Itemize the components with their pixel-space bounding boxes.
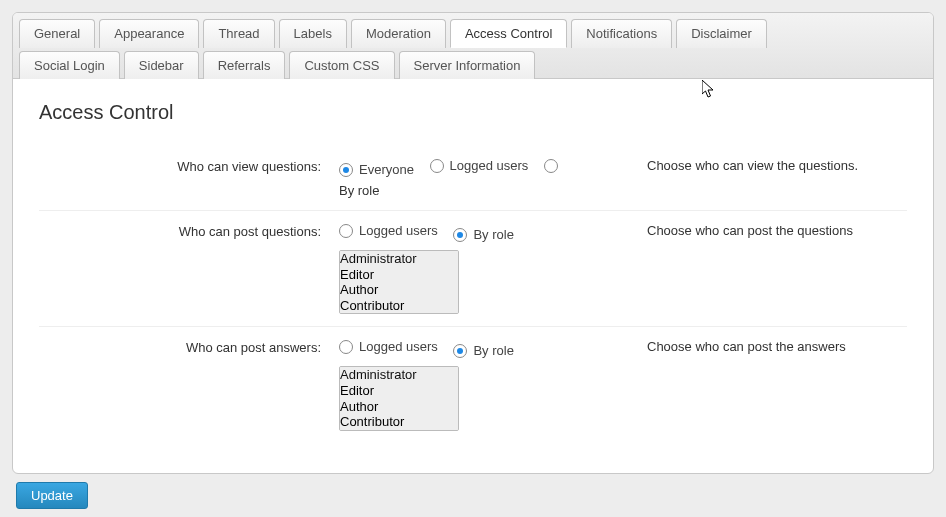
tab-bar: General Appearance Thread Labels Moderat… (13, 13, 933, 79)
setting-post-questions: Who can post questions: Logged users By … (39, 211, 907, 327)
radio-label: Logged users (359, 339, 438, 354)
radio-icon (339, 340, 353, 354)
role-option[interactable]: Contributor (340, 298, 458, 314)
role-option[interactable]: Contributor (340, 414, 458, 430)
tab-row-1: General Appearance Thread Labels Moderat… (19, 19, 927, 47)
settings-panel: General Appearance Thread Labels Moderat… (12, 12, 934, 474)
radio-label: Everyone (359, 162, 414, 177)
radio-by-role[interactable] (544, 159, 564, 173)
tab-access-control[interactable]: Access Control (450, 19, 567, 48)
tab-server-information[interactable]: Server Information (399, 51, 536, 79)
radio-icon (339, 224, 353, 238)
radio-by-role[interactable]: By role (453, 343, 513, 358)
radio-label: Logged users (359, 223, 438, 238)
tab-social-login[interactable]: Social Login (19, 51, 120, 79)
page-title: Access Control (39, 101, 907, 124)
radio-label-byrole: By role (339, 183, 639, 198)
setting-help: Choose who can post the questions (639, 223, 907, 238)
tab-appearance[interactable]: Appearance (99, 19, 199, 48)
setting-options: Logged users By role Administrator Edito… (339, 339, 639, 430)
role-select[interactable]: Administrator Editor Author Contributor (339, 250, 459, 314)
button-bar: Update (12, 474, 934, 511)
radio-icon (339, 163, 353, 177)
tab-moderation[interactable]: Moderation (351, 19, 446, 48)
radio-icon (430, 159, 444, 173)
tab-notifications[interactable]: Notifications (571, 19, 672, 48)
tab-custom-css[interactable]: Custom CSS (289, 51, 394, 79)
setting-help: Choose who can view the questions. (639, 158, 907, 173)
tab-thread[interactable]: Thread (203, 19, 274, 48)
setting-options: Everyone Logged users By role (339, 158, 639, 198)
radio-by-role[interactable]: By role (453, 227, 513, 242)
setting-options: Logged users By role Administrator Edito… (339, 223, 639, 314)
tab-row-2: Social Login Sidebar Referrals Custom CS… (19, 51, 927, 78)
role-select[interactable]: Administrator Editor Author Contributor (339, 366, 459, 430)
radio-label: By role (473, 343, 513, 358)
radio-logged-users[interactable]: Logged users (339, 223, 438, 238)
tab-disclaimer[interactable]: Disclaimer (676, 19, 767, 48)
setting-label: Who can post questions: (39, 223, 339, 239)
role-option[interactable]: Editor (340, 383, 458, 399)
role-option[interactable]: Author (340, 399, 458, 415)
setting-view-questions: Who can view questions: Everyone Logged … (39, 146, 907, 211)
setting-post-answers: Who can post answers: Logged users By ro… (39, 327, 907, 442)
tab-content: Access Control Who can view questions: E… (13, 79, 933, 473)
tab-sidebar[interactable]: Sidebar (124, 51, 199, 79)
radio-label: By role (473, 227, 513, 242)
radio-icon (544, 159, 558, 173)
radio-everyone[interactable]: Everyone (339, 162, 414, 177)
radio-icon (453, 344, 467, 358)
tab-general[interactable]: General (19, 19, 95, 48)
role-option[interactable]: Administrator (340, 367, 458, 383)
update-button[interactable]: Update (16, 482, 88, 509)
radio-logged-users[interactable]: Logged users (339, 339, 438, 354)
radio-icon (453, 228, 467, 242)
setting-label: Who can post answers: (39, 339, 339, 355)
role-option[interactable]: Administrator (340, 251, 458, 267)
setting-label: Who can view questions: (39, 158, 339, 174)
tab-labels[interactable]: Labels (279, 19, 347, 48)
tab-referrals[interactable]: Referrals (203, 51, 286, 79)
role-option[interactable]: Author (340, 282, 458, 298)
radio-label: Logged users (450, 158, 529, 173)
role-option[interactable]: Editor (340, 267, 458, 283)
radio-logged-users[interactable]: Logged users (430, 158, 529, 173)
setting-help: Choose who can post the answers (639, 339, 907, 354)
